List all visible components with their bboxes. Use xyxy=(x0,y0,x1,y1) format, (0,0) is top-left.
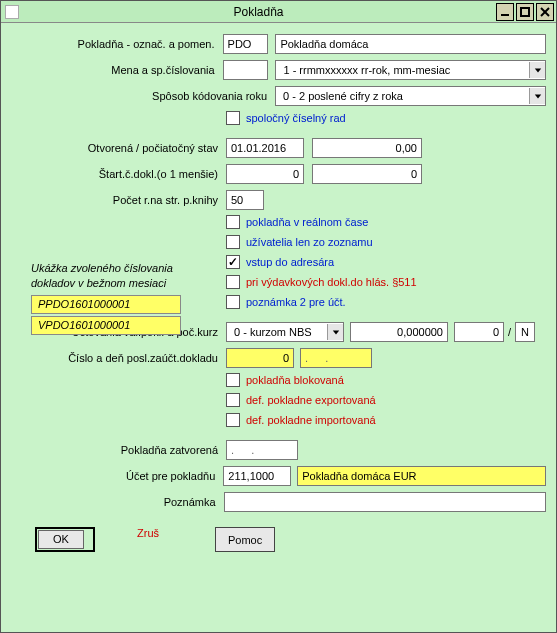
help-button[interactable]: Pomoc xyxy=(215,527,275,552)
code-input[interactable] xyxy=(223,34,268,54)
rows-per-page-input[interactable] xyxy=(226,190,264,210)
chevron-down-icon xyxy=(529,62,545,78)
start-doc-2-input[interactable] xyxy=(312,164,422,184)
kurz-amount2-input[interactable] xyxy=(454,322,504,342)
open-amount-input[interactable] xyxy=(312,138,422,158)
users-list-checkbox[interactable] xyxy=(226,235,240,249)
kurz-amount-input[interactable] xyxy=(350,322,448,342)
ok-button-label: OK xyxy=(38,530,84,549)
window: Pokladňa Pokladňa - označ. a pomen. Mena… xyxy=(0,0,557,633)
last-doc-date-input[interactable] xyxy=(300,348,372,368)
label-exportovana: def. pokladne exportovaná xyxy=(246,394,376,406)
currency-input[interactable] xyxy=(223,60,268,80)
svg-marker-4 xyxy=(534,68,540,72)
titlebar: Pokladňa xyxy=(1,1,556,23)
numbering-select[interactable]: 1 - rrmmxxxxxx rr-rok, mm-mesiac xyxy=(275,60,546,80)
account-name-input[interactable] xyxy=(297,466,546,486)
window-title: Pokladňa xyxy=(21,5,496,19)
label-zatvorena: Pokladňa zatvorená xyxy=(11,444,226,456)
expense-511-checkbox[interactable] xyxy=(226,275,240,289)
label-realcas: pokladňa v reálnom čase xyxy=(246,216,368,228)
svg-rect-0 xyxy=(501,14,509,16)
label-startc: Štart.č.dokl.(o 1 menšie) xyxy=(11,168,226,180)
numbering-preview: Ukážka zvoleného číslovania dokladov v b… xyxy=(31,261,211,337)
label-vstup: vstup do adresára xyxy=(246,256,334,268)
svg-marker-6 xyxy=(332,330,338,334)
preview-value-1: PPDO1601000001 xyxy=(31,295,181,314)
chevron-down-icon xyxy=(327,324,343,340)
label-oznac: Pokladňa - označ. a pomen. xyxy=(11,38,223,50)
year-encoding-selected: 0 - 2 poslené cifry z roka xyxy=(280,90,403,102)
numbering-selected: 1 - rrmmxxxxxx rr-rok, mm-mesiac xyxy=(280,64,450,76)
label-pozn2: poznámka 2 pre účt. xyxy=(246,296,346,308)
kurz-select[interactable]: 0 - kurzom NBS xyxy=(226,322,344,342)
label-ucetpre: Účet pre pokladňu xyxy=(11,470,223,482)
label-sposob: Spôsob kódovania roku xyxy=(11,90,275,102)
maximize-button[interactable] xyxy=(516,3,534,21)
label-blokovana: pokladňa blokovaná xyxy=(246,374,344,386)
cancel-button[interactable]: Zruš xyxy=(125,527,185,552)
svg-marker-5 xyxy=(534,94,540,98)
start-doc-1-input[interactable] xyxy=(226,164,304,184)
label-poznamka: Poznámka xyxy=(11,496,224,508)
ok-button[interactable]: OK xyxy=(35,527,95,552)
open-date-input[interactable] xyxy=(226,138,304,158)
note2-checkbox[interactable] xyxy=(226,295,240,309)
realtime-checkbox[interactable] xyxy=(226,215,240,229)
label-importovana: def. pokladne importovaná xyxy=(246,414,376,426)
close-button[interactable] xyxy=(536,3,554,21)
year-encoding-select[interactable]: 0 - 2 poslené cifry z roka xyxy=(275,86,546,106)
label-vydavk: pri výdavkových dokl.do hlás. §511 xyxy=(246,276,417,288)
label-uziv: užívatelia len zo zoznamu xyxy=(246,236,373,248)
label-otvorena: Otvorená / počiatočný stav xyxy=(11,142,226,154)
preview-title: Ukážka zvoleného číslovania dokladov v b… xyxy=(31,261,211,291)
close-icon xyxy=(540,7,550,17)
label-pocetr: Počet r.na str. p.knihy xyxy=(11,194,226,206)
imported-checkbox[interactable] xyxy=(226,413,240,427)
label-mena: Mena a sp.číslovania xyxy=(11,64,223,76)
svg-rect-1 xyxy=(521,8,529,16)
window-controls xyxy=(496,3,554,21)
maximize-icon xyxy=(520,7,530,17)
address-book-checkbox[interactable] xyxy=(226,255,240,269)
minimize-button[interactable] xyxy=(496,3,514,21)
label-spolocny: spoločný číselný rad xyxy=(246,112,346,124)
shared-numbering-checkbox[interactable] xyxy=(226,111,240,125)
exported-checkbox[interactable] xyxy=(226,393,240,407)
minimize-icon xyxy=(500,7,510,17)
slash: / xyxy=(508,326,511,338)
kurz-selected: 0 - kurzom NBS xyxy=(231,326,312,338)
name-input[interactable] xyxy=(275,34,546,54)
label-cisloaden: Číslo a deň posl.zaúčt.dokladu xyxy=(11,352,226,364)
last-doc-number-input[interactable] xyxy=(226,348,294,368)
preview-value-2: VPDO1601000001 xyxy=(31,316,181,335)
chevron-down-icon xyxy=(529,88,545,104)
app-icon xyxy=(5,5,19,19)
closed-date-input[interactable] xyxy=(226,440,298,460)
note-input[interactable] xyxy=(224,492,546,512)
kurz-n-input[interactable] xyxy=(515,322,535,342)
blocked-checkbox[interactable] xyxy=(226,373,240,387)
account-input[interactable] xyxy=(223,466,291,486)
